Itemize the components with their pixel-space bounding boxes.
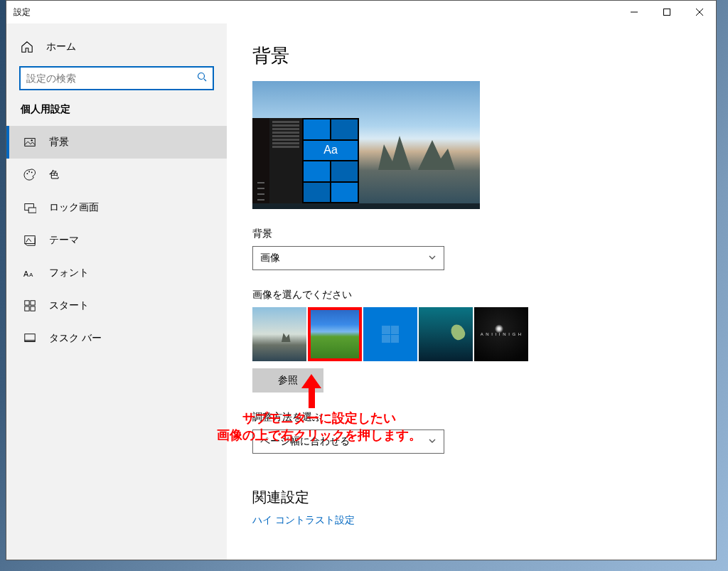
sidebar: ホーム 個人用設定 背景 色 xyxy=(6,23,227,560)
sidebar-item-colors[interactable]: 色 xyxy=(6,159,227,191)
font-icon: AA xyxy=(23,267,36,279)
sidebar-item-themes[interactable]: テーマ xyxy=(6,224,227,257)
palette-icon xyxy=(23,169,36,181)
sidebar-item-taskbar[interactable]: タスク バー xyxy=(6,322,227,355)
search-input[interactable] xyxy=(26,73,197,84)
chevron-down-icon xyxy=(428,436,437,447)
sidebar-item-label: 色 xyxy=(49,169,59,181)
content-area: ホーム 個人用設定 背景 色 xyxy=(6,23,716,560)
sidebar-item-label: ロック画面 xyxy=(49,201,99,214)
high-contrast-link[interactable]: ハイ コントラスト設定 xyxy=(252,514,355,527)
window-title: 設定 xyxy=(14,6,31,18)
browse-button[interactable]: 参照 xyxy=(252,368,323,393)
settings-window: 設定 ホーム xyxy=(6,0,717,560)
svg-rect-2 xyxy=(25,139,35,146)
dropdown-value: ページ幅に合わせる xyxy=(260,435,350,448)
image-thumbnails: A N I I I N I G H xyxy=(252,307,690,361)
sidebar-list: 背景 色 ロック画面 テーマ AA フォント xyxy=(6,126,227,355)
start-icon xyxy=(23,299,36,312)
picture-icon xyxy=(23,136,36,149)
minimize-icon xyxy=(631,9,638,16)
lockscreen-icon xyxy=(23,201,36,214)
sidebar-item-start[interactable]: スタート xyxy=(6,289,227,322)
svg-point-4 xyxy=(27,173,28,174)
fit-dropdown[interactable]: ページ幅に合わせる xyxy=(252,429,444,454)
svg-point-6 xyxy=(31,172,33,174)
sidebar-item-label: タスク バー xyxy=(49,332,102,345)
thumbnail-3[interactable] xyxy=(363,307,417,361)
titlebar: 設定 xyxy=(6,1,716,23)
desktop-preview: Aa xyxy=(252,81,480,209)
svg-rect-14 xyxy=(25,306,29,311)
home-label: ホーム xyxy=(46,41,76,53)
svg-point-1 xyxy=(198,73,205,80)
sidebar-item-background[interactable]: 背景 xyxy=(6,126,227,159)
browse-button-label: 参照 xyxy=(278,374,298,387)
minimize-button[interactable] xyxy=(618,1,651,23)
thumbnail-4[interactable] xyxy=(419,307,473,361)
svg-rect-15 xyxy=(31,306,35,311)
thumbnail-1[interactable] xyxy=(252,307,306,361)
svg-text:A: A xyxy=(29,272,33,278)
page-title: 背景 xyxy=(252,43,690,68)
svg-point-3 xyxy=(31,139,33,141)
thumbnail-2-highlighted[interactable] xyxy=(308,307,362,361)
theme-icon xyxy=(23,234,36,247)
svg-rect-13 xyxy=(31,301,35,305)
chevron-down-icon xyxy=(428,252,437,264)
choose-image-label: 画像を選んでください xyxy=(252,289,690,301)
home-icon xyxy=(21,41,33,53)
dropdown-value: 画像 xyxy=(260,252,280,265)
window-controls xyxy=(618,1,716,23)
taskbar-icon xyxy=(23,332,36,345)
maximize-button[interactable] xyxy=(651,1,683,23)
sidebar-item-label: 背景 xyxy=(49,136,69,149)
sidebar-item-fonts[interactable]: AA フォント xyxy=(6,257,227,289)
svg-rect-0 xyxy=(664,9,670,16)
category-title: 個人用設定 xyxy=(6,100,227,126)
svg-text:A: A xyxy=(23,270,29,278)
preview-tile-aa: Aa xyxy=(304,141,358,161)
home-link[interactable]: ホーム xyxy=(6,32,227,62)
close-button[interactable] xyxy=(683,1,716,23)
thumbnail-5[interactable]: A N I I I N I G H xyxy=(474,307,528,361)
background-type-dropdown[interactable]: 画像 xyxy=(252,246,444,270)
search-box[interactable] xyxy=(19,66,214,90)
svg-rect-8 xyxy=(28,208,36,213)
windows-logo-icon xyxy=(382,326,399,343)
sidebar-item-label: テーマ xyxy=(49,234,79,247)
related-settings-title: 関連設定 xyxy=(252,488,690,507)
background-label: 背景 xyxy=(252,228,690,240)
search-icon xyxy=(197,72,207,85)
maximize-icon xyxy=(663,9,670,16)
main-panel: 背景 Aa 背景 xyxy=(227,23,716,560)
svg-rect-17 xyxy=(25,340,35,342)
preview-taskbar xyxy=(252,203,480,209)
sidebar-item-lockscreen[interactable]: ロック画面 xyxy=(6,191,227,224)
svg-rect-12 xyxy=(25,301,29,305)
preview-start-menu: Aa xyxy=(252,118,359,203)
preview-landscape-icon xyxy=(375,127,461,184)
sidebar-item-label: フォント xyxy=(49,267,89,279)
close-icon xyxy=(696,9,703,16)
svg-point-5 xyxy=(28,171,30,173)
fit-label: 調整方法を選ぶ xyxy=(252,411,690,424)
sidebar-item-label: スタート xyxy=(49,299,89,312)
search-wrap xyxy=(6,62,227,100)
